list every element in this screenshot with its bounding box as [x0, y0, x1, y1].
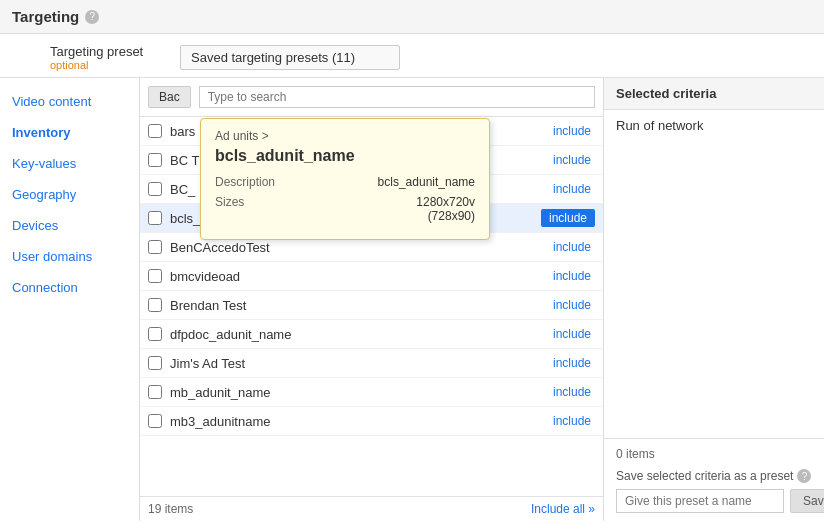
- include-btn-mb-adunit[interactable]: include: [549, 383, 595, 401]
- item-checkbox-brendan[interactable]: [148, 298, 162, 312]
- item-checkbox-bencaccedo[interactable]: [148, 240, 162, 254]
- save-preset-help-icon[interactable]: ?: [797, 469, 811, 483]
- include-all-link[interactable]: Include all »: [531, 502, 595, 516]
- sidebar-item-key-values[interactable]: Key-values: [0, 148, 139, 179]
- include-btn-dfpdoc[interactable]: include: [549, 325, 595, 343]
- include-btn-bc-t[interactable]: include: [549, 151, 595, 169]
- save-row: Save: [616, 489, 812, 513]
- tooltip-description-label: Description: [215, 175, 295, 189]
- item-checkbox-jims[interactable]: [148, 356, 162, 370]
- sidebar-item-user-domains[interactable]: User domains: [0, 241, 139, 272]
- list-item[interactable]: mb_adunit_name include: [140, 378, 603, 407]
- run-of-network: Run of network: [616, 118, 703, 133]
- tooltip-sizes-row: Sizes 1280x720v(728x90): [215, 195, 475, 223]
- back-button[interactable]: Bac: [148, 86, 191, 108]
- list-item[interactable]: Jim's Ad Test include: [140, 349, 603, 378]
- list-item[interactable]: bmcvideoad include: [140, 262, 603, 291]
- include-btn-bars[interactable]: include: [549, 122, 595, 140]
- include-btn-brendan[interactable]: include: [549, 296, 595, 314]
- main-layout: Video content Inventory Key-values Geogr…: [0, 78, 824, 521]
- tooltip-popup: Ad units > bcls_adunit_name Description …: [200, 118, 490, 240]
- list-item[interactable]: Brendan Test include: [140, 291, 603, 320]
- sidebar-item-devices[interactable]: Devices: [0, 210, 139, 241]
- sidebar-item-geography[interactable]: Geography: [0, 179, 139, 210]
- tooltip-breadcrumb: Ad units >: [215, 129, 475, 143]
- include-btn-bencaccedo[interactable]: include: [549, 238, 595, 256]
- include-btn-mb3-adunit[interactable]: include: [549, 412, 595, 430]
- tooltip-description-value: bcls_adunit_name: [378, 175, 475, 189]
- save-button[interactable]: Save: [790, 489, 824, 513]
- item-checkbox-bc-[interactable]: [148, 182, 162, 196]
- preset-label-group: Targeting preset optional: [50, 44, 170, 71]
- item-checkbox-bmcvideoad[interactable]: [148, 269, 162, 283]
- list-item[interactable]: dfpdoc_adunit_name include: [140, 320, 603, 349]
- item-checkbox-mb3-adunit[interactable]: [148, 414, 162, 428]
- item-checkbox-mb-adunit[interactable]: [148, 385, 162, 399]
- item-count: 19 items: [148, 502, 193, 516]
- save-preset-label-row: Save selected criteria as a preset ?: [616, 469, 812, 483]
- right-panel: Selected criteria Run of network 0 items…: [604, 78, 824, 521]
- page-header: Targeting ?: [0, 0, 824, 34]
- header-help-icon[interactable]: ?: [85, 10, 99, 24]
- include-btn-jims[interactable]: include: [549, 354, 595, 372]
- save-preset-label-text: Save selected criteria as a preset: [616, 469, 793, 483]
- search-input[interactable]: [199, 86, 595, 108]
- sidebar: Video content Inventory Key-values Geogr…: [0, 78, 140, 521]
- right-panel-header: Selected criteria: [604, 78, 824, 110]
- preset-optional: optional: [50, 59, 170, 71]
- right-panel-content: Run of network: [604, 110, 824, 438]
- sidebar-item-video-content[interactable]: Video content: [0, 86, 139, 117]
- right-panel-footer: 0 items Save selected criteria as a pres…: [604, 438, 824, 521]
- sidebar-item-connection[interactable]: Connection: [0, 272, 139, 303]
- tooltip-description-row: Description bcls_adunit_name: [215, 175, 475, 189]
- item-checkbox-bc-t[interactable]: [148, 153, 162, 167]
- preset-dropdown[interactable]: Saved targeting presets (11): [180, 45, 400, 70]
- preset-label: Targeting preset: [50, 44, 170, 59]
- targeting-preset-row: Targeting preset optional Saved targetin…: [0, 34, 824, 78]
- center-footer: 19 items Include all »: [140, 496, 603, 521]
- page-title: Targeting: [12, 8, 79, 25]
- include-btn-bmcvideoad[interactable]: include: [549, 267, 595, 285]
- tooltip-title: bcls_adunit_name: [215, 147, 475, 165]
- item-checkbox-bcls[interactable]: [148, 211, 162, 225]
- include-btn-bcls[interactable]: include: [541, 209, 595, 227]
- tooltip-sizes-value: 1280x720v(728x90): [416, 195, 475, 223]
- list-item[interactable]: mb3_adunitname include: [140, 407, 603, 436]
- center-panel: Bac bars include BC T include BC_ includ…: [140, 78, 604, 521]
- tooltip-sizes-label: Sizes: [215, 195, 295, 223]
- item-checkbox-dfpdoc[interactable]: [148, 327, 162, 341]
- item-checkbox-bars[interactable]: [148, 124, 162, 138]
- center-top-bar: Bac: [140, 78, 603, 117]
- include-btn-bc-[interactable]: include: [549, 180, 595, 198]
- sidebar-item-inventory[interactable]: Inventory: [0, 117, 139, 148]
- preset-name-input[interactable]: [616, 489, 784, 513]
- right-footer-count: 0 items: [616, 447, 812, 461]
